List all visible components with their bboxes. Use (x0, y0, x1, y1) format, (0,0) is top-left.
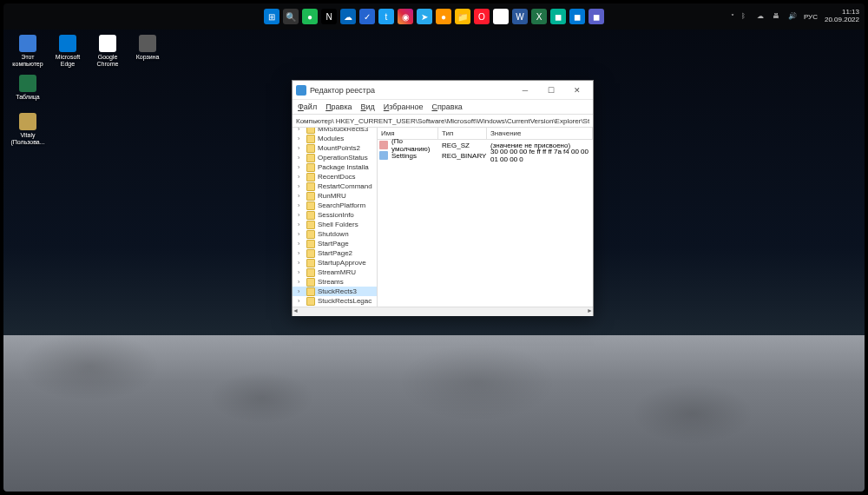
menu-избранное[interactable]: Избранное (384, 102, 424, 111)
window-title: Редактор реестра (310, 86, 513, 95)
desktop-icons-row2: Таблица (9, 75, 47, 109)
system-tray: ˅ ᛒ ☁ 🖶 🔊 РУС 11:13 20.09.2022 (731, 9, 859, 24)
tree-item[interactable]: ›RunMRU (293, 191, 377, 201)
onedrive-icon[interactable]: ☁ (340, 9, 356, 24)
tree-item[interactable]: ›OperationStatus (293, 153, 377, 162)
registry-tree[interactable]: ›FeatureUsage›FileExts›HideDesktopIco›Lo… (293, 128, 378, 307)
menu-справка[interactable]: Справка (431, 102, 462, 111)
opera-icon[interactable]: O (474, 9, 490, 24)
desktop-icons-row3: Vitaly (Пользова... (9, 113, 47, 148)
volume-icon[interactable]: 🔊 (788, 12, 797, 21)
tree-item[interactable]: ›StartPage2 (293, 248, 377, 258)
col-type: Тип (438, 128, 487, 139)
app-icon (296, 85, 306, 96)
tree-item[interactable]: ›StartupApprove (293, 258, 377, 267)
search-icon[interactable]: 🔍 (283, 9, 299, 24)
titlebar[interactable]: Редактор реестра ─ ☐ ✕ (293, 81, 593, 100)
tree-item[interactable]: ›RestartCommand (293, 182, 377, 191)
tree-item[interactable]: ›StuckRectsLegac (293, 296, 377, 306)
tree-item[interactable]: ›Shutdown (293, 229, 377, 239)
edge-icon[interactable]: Microsoft Edge (49, 35, 87, 69)
explorer-icon[interactable]: 📁 (455, 9, 470, 24)
wallpaper-terrain (3, 335, 865, 492)
tree-item[interactable]: ›Shell Folders (293, 220, 377, 229)
user-icon[interactable]: Vitaly (Пользова... (9, 113, 47, 148)
tree-item[interactable]: ›SessionInfo (293, 210, 377, 220)
bin-icon (379, 151, 388, 160)
netflix-icon[interactable]: N (321, 9, 337, 24)
printer-icon[interactable]: 🖶 (773, 12, 781, 21)
tree-item[interactable]: ›StreamMRU (293, 267, 377, 277)
bluetooth-icon[interactable]: ᛒ (741, 12, 750, 21)
statusbar (293, 307, 593, 315)
chrome-icon[interactable]: ◉ (493, 9, 509, 24)
table-icon[interactable]: Таблица (9, 75, 47, 109)
chevron-icon[interactable]: ˅ (731, 13, 734, 21)
cloud-icon[interactable]: ☁ (757, 12, 766, 21)
menubar: ФайлПравкаВидИзбранноеСправка (293, 100, 593, 114)
tree-item[interactable]: ›Streams (293, 277, 377, 287)
app3-icon[interactable]: ◼ (569, 9, 585, 24)
language-indicator[interactable]: РУС (804, 13, 818, 21)
taskbar-apps: ⊞🔍●N☁✓t◉➤●📁O◉WX◼◼◼ (264, 9, 604, 24)
telegram-icon[interactable]: ➤ (417, 9, 432, 24)
excel-icon[interactable]: X (531, 9, 547, 24)
col-value: Значение (487, 128, 593, 139)
minimize-button[interactable]: ─ (513, 82, 537, 98)
tree-item[interactable]: ›SearchPlatform (293, 201, 377, 210)
word-icon[interactable]: W (512, 9, 528, 24)
app4-icon[interactable]: ◼ (589, 9, 604, 24)
tree-item[interactable]: ›MountPoints2 (293, 143, 377, 153)
sz-icon (379, 141, 388, 149)
path-input[interactable] (336, 117, 589, 125)
menu-правка[interactable]: Правка (326, 102, 352, 111)
menu-файл[interactable]: Файл (298, 102, 317, 111)
tree-item[interactable]: ›StartPage (293, 239, 377, 248)
tree-item[interactable]: ›Modules (293, 134, 377, 143)
horizontal-scrollbar[interactable] (293, 307, 593, 316)
tree-item[interactable]: ›RecentDocs (293, 172, 377, 182)
clock[interactable]: 11:13 20.09.2022 (825, 9, 859, 24)
instagram-icon[interactable]: ◉ (398, 9, 413, 24)
recycle-icon[interactable]: Корзина (128, 35, 167, 69)
app-icon[interactable]: ● (436, 9, 451, 24)
spotify-icon[interactable]: ● (302, 9, 318, 24)
registry-editor-window: Редактор реестра ─ ☐ ✕ ФайлПравкаВидИзбр… (292, 80, 594, 316)
chrome-icon[interactable]: Google Chrome (89, 35, 127, 69)
value-row[interactable]: SettingsREG_BINARY30 00 00 00 fe ff ff f… (378, 150, 593, 161)
start-icon[interactable]: ⊞ (264, 9, 279, 24)
this-pc-icon[interactable]: Этот компьютер (9, 35, 47, 69)
desktop-icons-row1: Этот компьютерMicrosoft EdgeGoogle Chrom… (9, 35, 167, 69)
twitter-icon[interactable]: t (378, 9, 394, 24)
values-list[interactable]: Имя Тип Значение (По умолчанию)REG_SZ(зн… (378, 128, 593, 307)
taskbar: ⊞🔍●N☁✓t◉➤●📁O◉WX◼◼◼ ˅ ᛒ ☁ 🖶 🔊 РУС 11:13 2… (3, 3, 865, 30)
todo-icon[interactable]: ✓ (359, 9, 375, 24)
tree-item[interactable]: ›MMStuckRects3 (293, 128, 377, 134)
app2-icon[interactable]: ◼ (550, 9, 566, 24)
address-bar: Компьютер\ (293, 114, 593, 128)
menu-вид[interactable]: Вид (361, 102, 375, 111)
tree-item[interactable]: ›Package Installa (293, 162, 377, 172)
path-label: Компьютер\ (296, 117, 334, 125)
maximize-button[interactable]: ☐ (539, 82, 563, 98)
close-button[interactable]: ✕ (565, 82, 589, 98)
tree-item[interactable]: ›StuckRects3 (293, 287, 377, 296)
